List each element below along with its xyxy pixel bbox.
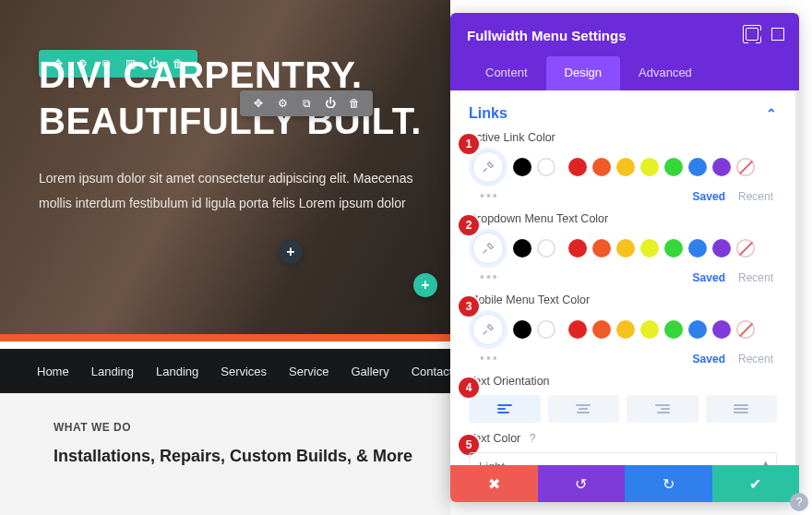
nav-item[interactable]: Home [37, 365, 69, 378]
eyedropper-icon [481, 322, 496, 337]
color-swatch[interactable] [568, 320, 587, 339]
color-swatch[interactable] [513, 320, 531, 339]
align-left-option[interactable] [469, 395, 541, 423]
panel-body[interactable]: Links ⌃ Active Link Color 1 ••• SavedRec… [450, 90, 799, 465]
color-swatch[interactable] [568, 239, 587, 258]
nav-item[interactable]: Landing [91, 365, 134, 378]
main-nav: Home Landing Landing Services Service Ga… [0, 349, 450, 393]
chevron-up-icon[interactable]: ⌃ [766, 106, 777, 121]
color-row: Mobile Menu Text Color 3 ••• SavedRecent [469, 293, 777, 365]
move-icon[interactable]: ✥ [250, 95, 267, 112]
nav-item[interactable]: Contact [412, 365, 453, 378]
gear-icon[interactable]: ⚙ [274, 95, 291, 112]
nav-item[interactable]: Services [221, 365, 267, 378]
step-marker-2: 2 [459, 215, 479, 235]
panel-tabs: Content Design Advanced [467, 56, 782, 90]
color-swatch[interactable] [712, 239, 731, 258]
color-swatch[interactable] [736, 158, 755, 176]
hero-section: ✥ ⚙ ⧉ ▥ ⏻ 🗑 DIVI CARPENTRY. BEAUTIFULLY … [0, 0, 450, 341]
color-swatch[interactable] [736, 320, 755, 339]
align-center-option[interactable] [548, 395, 620, 423]
eyedropper-button[interactable] [472, 233, 504, 264]
module-toolbar: ✥ ⚙ ⧉ ⏻ 🗑 [240, 90, 373, 116]
color-swatch[interactable] [616, 239, 635, 258]
cancel-button[interactable]: ✖ [450, 465, 538, 502]
color-swatch[interactable] [736, 239, 755, 258]
color-swatch[interactable] [592, 239, 611, 258]
tab-content[interactable]: Content [467, 56, 546, 90]
swatch-group [513, 320, 755, 339]
color-row: Active Link Color 1 ••• SavedRecent [469, 131, 777, 203]
field-label: Dropdown Menu Text Color [469, 212, 777, 225]
add-section-button[interactable]: + [413, 336, 437, 341]
nav-item[interactable]: Service [289, 365, 328, 378]
color-swatch[interactable] [664, 158, 683, 176]
color-swatch[interactable] [712, 158, 731, 176]
nav-item[interactable]: Gallery [351, 365, 388, 378]
panel-header[interactable]: Fullwidth Menu Settings Content Design A… [450, 13, 799, 90]
recent-tab[interactable]: Recent [738, 353, 773, 365]
color-swatch[interactable] [537, 158, 555, 176]
color-swatch[interactable] [664, 239, 683, 258]
select-value: Light [479, 460, 505, 466]
color-swatch[interactable] [640, 158, 659, 176]
text-orientation-row: Text Orientation 4 [469, 375, 777, 423]
color-swatch[interactable] [513, 239, 531, 258]
undo-button[interactable]: ↺ [538, 465, 626, 502]
color-swatch[interactable] [616, 158, 635, 176]
tab-design[interactable]: Design [546, 56, 620, 90]
hero-body: Lorem ipsum dolor sit amet consectetur a… [39, 166, 445, 215]
color-row: Dropdown Menu Text Color 2 ••• SavedRece… [469, 212, 777, 284]
hero-heading-line1: DIVI CARPENTRY. [39, 54, 363, 95]
snap-icon[interactable] [771, 28, 784, 41]
color-swatch[interactable] [640, 320, 659, 339]
color-swatch[interactable] [688, 320, 707, 339]
color-swatch[interactable] [537, 320, 555, 339]
align-justify-option[interactable] [706, 395, 778, 423]
color-swatch[interactable] [640, 239, 659, 258]
save-button[interactable]: ✔ [712, 465, 800, 502]
redo-button[interactable]: ↻ [625, 465, 712, 502]
help-icon[interactable]: ? [530, 432, 536, 445]
field-label: Text Orientation [469, 375, 777, 388]
expand-icon[interactable] [746, 28, 758, 41]
content-eyebrow: WHAT WE DO [54, 421, 413, 434]
eyedropper-icon [481, 241, 496, 256]
add-row-button[interactable]: + [413, 273, 437, 297]
eyedropper-button[interactable] [472, 314, 504, 345]
tab-advanced[interactable]: Advanced [620, 56, 710, 90]
settings-panel: Fullwidth Menu Settings Content Design A… [450, 13, 799, 502]
power-icon[interactable]: ⏻ [322, 95, 339, 112]
step-marker-3: 3 [459, 296, 479, 317]
recent-tab[interactable]: Recent [738, 190, 773, 203]
section-links[interactable]: Links ⌃ [469, 105, 777, 122]
saved-tab[interactable]: Saved [693, 353, 725, 365]
section-title: Links [469, 105, 508, 122]
color-swatch[interactable] [616, 320, 635, 339]
saved-tab[interactable]: Saved [693, 190, 725, 203]
saved-tab[interactable]: Saved [693, 271, 725, 284]
color-swatch[interactable] [568, 158, 587, 176]
add-module-button[interactable]: + [279, 240, 303, 264]
color-swatch[interactable] [712, 320, 731, 339]
align-right-option[interactable] [627, 395, 699, 423]
nav-item[interactable]: Landing [156, 365, 198, 378]
color-swatch[interactable] [592, 320, 611, 339]
recent-tab[interactable]: Recent [738, 271, 773, 284]
duplicate-icon[interactable]: ⧉ [298, 95, 315, 112]
color-swatch[interactable] [688, 158, 707, 176]
text-color-select[interactable]: Light ▴▾ [469, 452, 777, 465]
eyedropper-button[interactable] [472, 151, 504, 183]
color-swatch[interactable] [592, 158, 611, 176]
trash-icon[interactable]: 🗑 [346, 95, 363, 112]
text-color-row: Text Color ? 5 Light ▴▾ [469, 432, 777, 465]
swatch-group [513, 239, 755, 258]
eyedropper-icon [481, 160, 496, 174]
field-label: Active Link Color [469, 131, 777, 144]
color-swatch[interactable] [537, 239, 555, 258]
color-swatch[interactable] [513, 158, 531, 176]
color-swatch[interactable] [688, 239, 707, 258]
step-marker-4: 4 [459, 377, 479, 398]
color-swatch[interactable] [664, 320, 683, 339]
help-bubble[interactable]: ? [790, 493, 808, 511]
